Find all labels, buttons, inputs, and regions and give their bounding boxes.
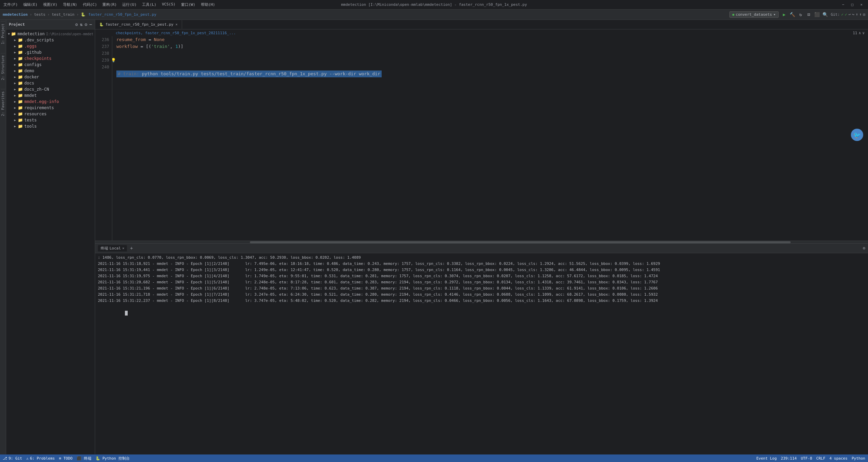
menu-help[interactable]: 帮助(H) <box>201 2 215 7</box>
tree-item-tests[interactable]: ▶ 📁 tests <box>6 117 95 123</box>
git-check-1[interactable]: ✓ <box>841 12 844 17</box>
status-lang[interactable]: Python <box>852 456 865 461</box>
menu-code[interactable]: 代码(C) <box>83 2 97 7</box>
app-name[interactable]: mmdetection <box>3 12 28 17</box>
left-tab-2[interactable]: 2: Structure <box>1 53 5 82</box>
run-config-chevron[interactable]: ▾ <box>774 12 776 17</box>
git-check-2[interactable]: ✓ <box>845 12 847 17</box>
coverage-button[interactable]: ⊡ <box>805 11 812 18</box>
reload-button[interactable]: ↻ <box>797 11 804 18</box>
line-count-chevron-down[interactable]: ∨ <box>862 31 865 35</box>
tree-item-docs[interactable]: ▶ 📁 docs <box>6 80 95 86</box>
status-terminal[interactable]: ⬛ 终端 <box>77 456 91 461</box>
breadcrumb-file[interactable]: faster_rcnn_r50_fpn_1x_pest.py <box>88 12 156 17</box>
left-tab-1[interactable]: 1: Project <box>1 21 5 46</box>
tree-item-mmdet[interactable]: ▶ 📁 mmdet <box>6 92 95 99</box>
tree-item-egg-info[interactable]: ▶ 📁 mmdet.egg-info <box>6 99 95 105</box>
sidebar-expand-icon[interactable]: ⇅ <box>80 22 83 27</box>
status-indent[interactable]: 4 spaces <box>829 456 847 461</box>
git-undo[interactable]: ↩ <box>848 12 851 17</box>
editor-scrollbar-h[interactable] <box>95 241 868 243</box>
maximize-button[interactable]: □ <box>849 2 856 7</box>
status-event-log[interactable]: Event Log <box>756 456 777 461</box>
menu-vcs[interactable]: VCS(S) <box>162 2 176 7</box>
tree-arrow-requirements: ▶ <box>13 106 17 110</box>
git-section: Git: ✓ ✓ ↩ ↪ ⬇ ⬆ ⊡ <box>831 12 865 17</box>
status-python-label: 🐍 Python 控制台 <box>95 456 130 461</box>
sidebar-settings-icon[interactable]: ⚙ <box>85 22 87 27</box>
minimize-button[interactable]: − <box>840 2 846 7</box>
sidebar-title: Project <box>9 22 25 27</box>
git-history[interactable]: ⊡ <box>863 12 865 17</box>
folder-icon-root: 📁 <box>11 31 16 36</box>
line-numbers: 236 237 238 239 240 <box>95 36 112 241</box>
tree-root-path: I:\Miniconda\open-mmdet <box>46 32 93 36</box>
terminal-tab-close[interactable]: × <box>122 246 124 250</box>
code-editor[interactable]: checkpoints, faster_rcnn_r50_fpn_1x_pest… <box>95 29 868 241</box>
tree-item-checkpoints[interactable]: ▶ 📁 checkpoints <box>6 55 95 62</box>
build-button[interactable]: 🔨 <box>789 11 796 18</box>
sidebar-close-icon[interactable]: − <box>89 22 92 27</box>
tree-item-resources[interactable]: ▶ 📁 resources <box>6 111 95 117</box>
terminal-content[interactable]: : 1486, loss_rpn_cls: 0.0770, loss_rpn_b… <box>95 253 868 455</box>
term-prompt-line[interactable] <box>98 304 865 322</box>
tree-item-demo[interactable]: ▶ 📁 demo <box>6 68 95 74</box>
menu-nav[interactable]: 导航(N) <box>63 2 77 7</box>
status-bar: ⎇ 9: Git ⚠ 6: Problems ≡ TODO ⬛ 终端 🐍 Pyt… <box>0 454 868 462</box>
git-push[interactable]: ⬆ <box>859 12 862 17</box>
left-tab-3[interactable]: 2: Favorites <box>1 89 5 118</box>
tree-arrow-demo: ▶ <box>13 69 17 73</box>
sidebar-cog-icon[interactable]: ⚙ <box>75 22 78 27</box>
status-problems[interactable]: ⚠ 6: Problems <box>26 456 55 461</box>
status-todo-label: ≡ TODO <box>59 456 73 461</box>
toolbar-buttons: ▶ 🔨 ↻ ⊡ ⬛ 🔍 <box>781 11 829 18</box>
tree-item-docs-zh[interactable]: ▶ 📁 docs_zh-CN <box>6 86 95 92</box>
tree-item-configs[interactable]: ▶ 📁 configs <box>6 62 95 68</box>
breadcrumb-tests[interactable]: tests <box>34 12 45 17</box>
menu-window[interactable]: 窗口(W) <box>181 2 195 7</box>
status-todo[interactable]: ≡ TODO <box>59 456 73 461</box>
menu-refactor[interactable]: 重构(R) <box>102 2 117 7</box>
status-line-col[interactable]: 239:114 <box>781 456 796 461</box>
tree-item-eggs[interactable]: ▶ 📁 .eggs <box>6 43 95 49</box>
tree-item-docker[interactable]: ▶ 📁 docker <box>6 74 95 80</box>
inspect-button[interactable]: 🔍 <box>822 11 829 18</box>
tree-item-github[interactable]: ▶ 📁 .github <box>6 49 95 55</box>
tree-item-root[interactable]: ▼ 📁 mmdetection I:\Miniconda\open-mmdet <box>6 31 95 37</box>
terminal-add-button[interactable]: + <box>128 245 135 251</box>
menu-file[interactable]: 文件(F) <box>3 2 18 7</box>
folder-icon-docs-zh: 📁 <box>18 87 23 92</box>
git-update[interactable]: ⬇ <box>856 12 858 17</box>
terminal-tab-local[interactable]: 终端 Local × <box>98 245 127 252</box>
tab-close-button[interactable]: × <box>176 23 178 26</box>
menu-tools[interactable]: 工具(L) <box>142 2 156 7</box>
status-git[interactable]: ⎇ 9: Git <box>3 456 22 461</box>
line-count-chevron-up[interactable]: ∧ <box>859 31 861 35</box>
menu-view[interactable]: 视图(V) <box>43 2 58 7</box>
git-redo[interactable]: ↪ <box>852 12 855 17</box>
breadcrumb-test-train[interactable]: test_train <box>52 12 74 17</box>
close-button[interactable]: × <box>858 2 865 7</box>
stop-button[interactable]: ⬛ <box>814 11 820 18</box>
tree-item-dev-scripts[interactable]: ▶ 📁 .dev_scripts <box>6 37 95 43</box>
breadcrumb-sep-3: › <box>76 12 79 17</box>
tree-arrow-docs: ▶ <box>13 81 17 85</box>
code-lines[interactable]: resume_from = None workflow = [('train',… <box>112 36 386 241</box>
status-line-sep[interactable]: CRLF <box>816 456 826 461</box>
tree-item-requirements[interactable]: ▶ 📁 requirements <box>6 105 95 111</box>
bird-icon[interactable]: 🐦 <box>851 129 863 141</box>
tree-item-tools[interactable]: ▶ 📁 tools <box>6 123 95 129</box>
menu-edit[interactable]: 编辑(E) <box>23 2 38 7</box>
tree-label-dev-scripts: .dev_scripts <box>24 38 54 42</box>
status-python-console[interactable]: 🐍 Python 控制台 <box>95 456 130 461</box>
event-log-label: Event Log <box>756 456 777 461</box>
editor-tab-active[interactable]: 🐍 faster_rcnn_r50_fpn_1x_pest.py × <box>95 20 182 29</box>
terminal-local-label: Local <box>110 246 121 251</box>
terminal-settings-icon[interactable]: ⚙ <box>863 246 865 251</box>
run-config[interactable]: ● convert_datasets ▾ <box>729 11 779 18</box>
lightbulb-icon[interactable]: 💡 <box>112 57 116 64</box>
status-encoding[interactable]: UTF-8 <box>801 456 812 461</box>
menu-bar[interactable]: 文件(F) 编辑(E) 视图(V) 导航(N) 代码(C) 重构(R) 运行(U… <box>3 2 215 7</box>
menu-run[interactable]: 运行(U) <box>122 2 137 7</box>
run-button[interactable]: ▶ <box>781 11 788 18</box>
